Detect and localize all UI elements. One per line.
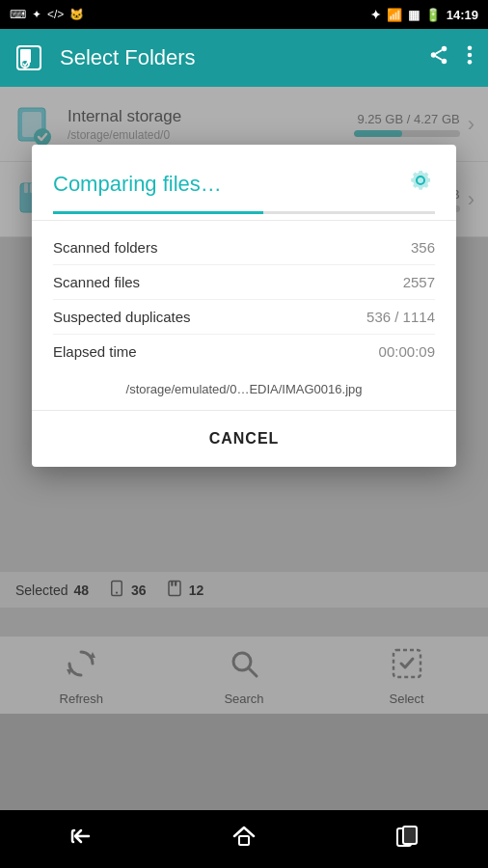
main-content: Internal storage /storage/emulated/0 9.2… [0, 87, 488, 714]
recent-button[interactable] [393, 823, 420, 856]
stat-row-elapsed-time: Elapsed time 00:00:09 [53, 335, 435, 368]
dialog-actions: CANCEL [32, 411, 456, 467]
svg-point-5 [442, 59, 447, 64]
cancel-button[interactable]: CANCEL [190, 424, 299, 453]
status-bar: ⌨ ✦ </> 🐱 ✦ 📶 ▦ 🔋 14:19 [0, 0, 488, 29]
comparing-dialog: Comparing files… Scanned folders 356 [32, 145, 456, 467]
svg-point-10 [468, 60, 473, 65]
toolbar: Select Folders [0, 29, 488, 87]
status-bar-right: ✦ 📶 ▦ 🔋 14:19 [370, 8, 478, 22]
status-bar-left: ⌨ ✦ </> 🐱 [10, 8, 84, 21]
usb-icon: ⌨ [10, 8, 26, 21]
stat-label-scanned-folders: Scanned folders [53, 239, 157, 256]
svg-point-8 [468, 45, 473, 50]
home-button[interactable] [230, 823, 258, 856]
svg-rect-30 [403, 827, 417, 844]
stat-row-suspected-duplicates: Suspected duplicates 536 / 1114 [53, 300, 435, 335]
svg-rect-28 [239, 836, 249, 845]
svg-line-7 [436, 50, 442, 54]
svg-point-9 [468, 53, 473, 58]
cat-icon: 🐱 [69, 8, 84, 21]
dialog-filepath: /storage/emulated/0…EDIA/IMAG0016.jpg [32, 374, 456, 410]
share-button[interactable] [424, 41, 453, 75]
dialog-header: Comparing files… [32, 145, 456, 211]
dialog-title: Comparing files… [53, 172, 222, 197]
sim-icon: ▦ [408, 8, 420, 22]
stat-value-scanned-files: 2557 [403, 274, 435, 290]
more-menu-button[interactable] [463, 41, 476, 75]
stat-label-scanned-files: Scanned files [53, 274, 140, 290]
svg-point-4 [431, 52, 437, 58]
toolbar-app-icon [12, 41, 46, 75]
stat-value-scanned-folders: 356 [411, 239, 435, 256]
dialog-overlay: Comparing files… Scanned folders 356 [0, 87, 488, 714]
usb2-icon: ✦ [32, 8, 41, 21]
clock: 14:19 [447, 8, 478, 22]
bluetooth-icon: ✦ [370, 8, 381, 22]
code-icon: </> [47, 8, 64, 21]
stat-value-suspected-duplicates: 536 / 1114 [366, 309, 435, 325]
dialog-stats: Scanned folders 356 Scanned files 2557 S… [32, 221, 456, 374]
toolbar-title: Select Folders [60, 45, 411, 70]
stat-row-scanned-files: Scanned files 2557 [53, 265, 435, 300]
wifi-icon: 📶 [387, 8, 402, 22]
back-button[interactable] [68, 823, 95, 856]
dialog-progress-fill [53, 211, 263, 214]
stat-row-scanned-folders: Scanned folders 356 [53, 231, 435, 265]
battery-icon: 🔋 [425, 8, 441, 22]
svg-line-6 [436, 56, 442, 60]
dialog-progress-bar [53, 211, 435, 214]
gear-icon [406, 166, 435, 202]
stat-label-suspected-duplicates: Suspected duplicates [53, 309, 191, 325]
stat-label-elapsed-time: Elapsed time [53, 343, 137, 360]
toolbar-actions [424, 41, 476, 75]
nav-bar [0, 810, 488, 868]
svg-point-3 [442, 46, 447, 52]
stat-value-elapsed-time: 00:00:09 [379, 343, 435, 360]
